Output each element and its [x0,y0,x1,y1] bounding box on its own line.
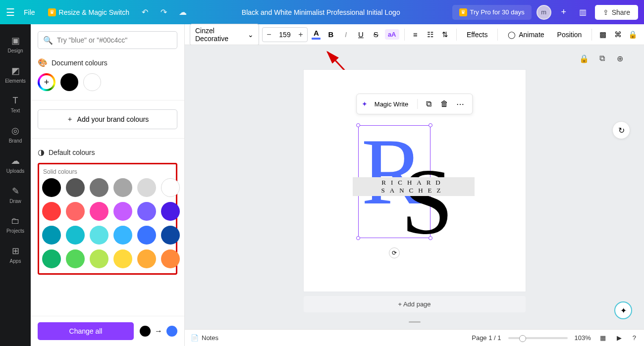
rail-item-draw[interactable]: ✎Draw [0,180,31,210]
lock-page-icon[interactable]: 🔒 [578,52,590,65]
solid-colour-swatch[interactable] [113,226,132,245]
solid-colour-swatch[interactable] [66,226,85,245]
magic-fab[interactable]: ✦ [614,301,632,319]
add-member-icon[interactable]: + [556,5,571,20]
solid-colour-swatch[interactable] [90,202,108,221]
analytics-icon[interactable]: ▥ [576,5,590,19]
document-colour-swatch[interactable] [60,73,78,91]
notes-button[interactable]: 📄 Notes [191,334,218,342]
solid-colour-swatch[interactable] [42,249,61,268]
resize-handle[interactable] [429,123,432,127]
list-button[interactable]: ☷ [425,27,436,42]
add-new-colour[interactable] [38,73,55,91]
solid-colour-swatch[interactable] [113,178,132,197]
solid-colour-swatch[interactable] [42,202,61,221]
change-all-button[interactable]: Change all [38,322,134,340]
solid-colour-swatch[interactable] [66,178,85,197]
rail-item-text[interactable]: TText [0,90,31,119]
from-colour[interactable] [140,326,151,337]
document-colours-label: Document colours [52,59,107,67]
resize-magic-switch[interactable]: ♛ Resize & Magic Switch [44,5,133,19]
color-search-input[interactable] [57,36,172,44]
resize-handle[interactable] [356,236,360,240]
document-colour-swatch[interactable] [83,73,101,91]
add-brand-colours-button[interactable]: ＋ Add your brand colours [38,109,177,129]
link-icon[interactable]: ⌘ [612,27,624,42]
zoom-value[interactable]: 103% [575,334,591,342]
solid-colour-swatch[interactable] [113,249,132,268]
rotate-handle[interactable]: ⟳ [389,247,400,258]
solid-colour-swatch[interactable] [137,178,156,197]
to-colour[interactable] [166,326,177,337]
share-button[interactable]: ⇪ Share [595,5,638,20]
magic-write-icon: ✦ [362,100,368,108]
trash-icon[interactable]: 🗑 [437,97,451,111]
solid-colour-swatch[interactable] [161,226,180,245]
add-brand-label: Add your brand colours [77,115,149,123]
font-size-input[interactable] [275,31,294,39]
page-indicator[interactable]: Page 1 / 1 [472,334,501,342]
rail-item-projects[interactable]: 🗀Projects [0,210,31,240]
more-icon[interactable]: ⋯ [453,97,467,111]
file-menu[interactable]: File [20,5,39,19]
selection-box[interactable]: R S RICHARD SANCHEZ ⟳ [358,125,430,238]
solid-colour-swatch[interactable] [42,178,61,197]
italic-button[interactable]: I [340,27,352,42]
avatar[interactable]: m [537,5,551,20]
solid-colour-swatch[interactable] [90,226,108,245]
new-page-icon[interactable]: ⊕ [613,52,626,65]
redo-icon[interactable]: ↷ [157,5,171,19]
solid-colour-swatch[interactable] [90,178,108,197]
magic-write-button[interactable]: Magic Write [370,98,413,110]
solid-colour-swatch[interactable] [137,202,156,221]
solid-colour-swatch[interactable] [113,202,132,221]
underline-button[interactable]: U [355,27,367,42]
undo-icon[interactable]: ↶ [138,5,152,19]
rail-item-design[interactable]: ▣Design [0,29,31,59]
resize-handle[interactable] [356,123,360,127]
rail-item-apps[interactable]: ⊞Apps [0,240,31,270]
document-title[interactable]: Black and White Minimalist Professional … [195,8,447,16]
font-size-plus[interactable]: + [294,30,307,39]
palette-icon: ◑ [38,148,45,157]
zoom-slider[interactable] [508,337,568,339]
solid-colour-swatch[interactable] [137,226,156,245]
logo-letter-s[interactable]: S [401,148,454,255]
duplicate-page-icon[interactable]: ⧉ [595,52,608,65]
solid-colour-swatch[interactable] [161,178,180,197]
text-color-button[interactable]: A [311,27,322,42]
lock-icon[interactable]: 🔒 [627,27,639,42]
strikethrough-button[interactable]: S [370,27,382,42]
font-family-select[interactable]: Cinzel Decorative ⌄ [190,24,259,46]
align-button[interactable]: ≡ [409,27,421,42]
solid-colour-swatch[interactable] [90,249,108,268]
animate-button[interactable]: ◯ Animate [503,28,549,41]
grid-view-icon[interactable]: ▦ [598,333,608,343]
rail-item-uploads[interactable]: ☁Uploads [0,149,31,180]
name-text[interactable]: RICHARD SANCHEZ [353,177,475,196]
uppercase-button[interactable]: aA [385,27,399,42]
rail-item-brand[interactable]: ◎Brand [0,119,31,149]
font-size-minus[interactable]: − [263,30,275,39]
cloud-sync-icon[interactable]: ☁ [176,5,190,19]
solid-colour-swatch[interactable] [66,202,85,221]
duplicate-icon[interactable]: ⧉ [422,97,435,111]
position-button[interactable]: Position [552,28,587,41]
spacing-button[interactable]: ⇅ [439,27,451,42]
present-icon[interactable]: ▶ [615,333,624,343]
comment-fab[interactable]: ↻ [612,121,630,139]
solid-colour-swatch[interactable] [137,249,156,268]
page-handle[interactable] [404,319,426,324]
add-page-button[interactable]: + Add page [304,296,526,312]
effects-button[interactable]: Effects [462,28,493,41]
solid-colour-swatch[interactable] [66,249,85,268]
rail-item-elements[interactable]: ◩Elements [0,59,31,90]
bold-button[interactable]: B [325,27,337,42]
solid-colour-swatch[interactable] [161,249,180,268]
solid-colour-swatch[interactable] [161,202,180,221]
try-pro-button[interactable]: ♛ Try Pro for 30 days [452,5,532,20]
solid-colour-swatch[interactable] [42,226,61,245]
help-icon[interactable]: ? [631,333,638,343]
menu-icon[interactable]: ☰ [6,6,15,18]
transparency-icon[interactable]: ▩ [597,27,609,42]
